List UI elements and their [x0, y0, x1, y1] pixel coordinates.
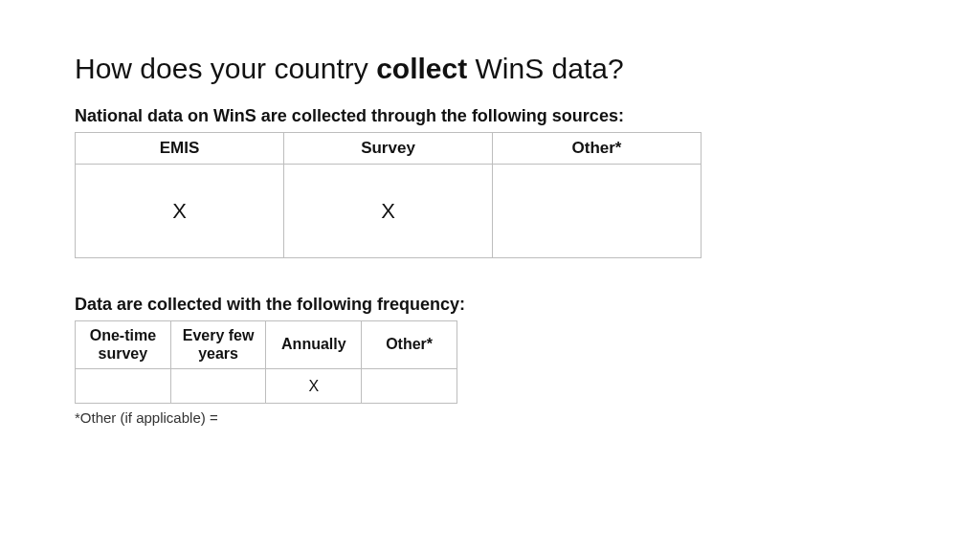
sources-cell-other	[493, 165, 702, 258]
freq-cell-fewyears	[170, 369, 266, 404]
freq-cell-other	[362, 369, 457, 404]
sources-header-other: Other*	[493, 133, 702, 165]
sources-header-emis: EMIS	[76, 133, 284, 165]
sources-table: EMIS Survey Other* X X	[75, 132, 702, 258]
freq-cell-annually: X	[266, 369, 362, 404]
sources-cell-emis: X	[76, 165, 284, 258]
freq-cell-onetime	[76, 369, 171, 404]
table-header-row: One-time survey Every few years Annually…	[76, 321, 457, 369]
freq-header-other: Other*	[362, 321, 457, 369]
freq-header-fewyears: Every few years	[170, 321, 266, 369]
title-prefix: How does your country	[75, 53, 376, 84]
table-header-row: EMIS Survey Other*	[76, 133, 702, 165]
freq-header-annually: Annually	[266, 321, 362, 369]
frequency-table: One-time survey Every few years Annually…	[75, 320, 457, 404]
table-row: X X	[76, 165, 702, 258]
slide: How does your country collect WinS data?…	[0, 0, 980, 551]
sources-label: National data on WinS are collected thro…	[75, 106, 905, 126]
title-bold: collect	[376, 53, 467, 84]
title-suffix: WinS data?	[467, 53, 623, 84]
slide-title: How does your country collect WinS data?	[75, 53, 905, 85]
sources-header-survey: Survey	[284, 133, 493, 165]
sources-cell-survey: X	[284, 165, 493, 258]
table-row: X	[76, 369, 457, 404]
footnote: *Other (if applicable) =	[75, 409, 905, 426]
frequency-label: Data are collected with the following fr…	[75, 295, 905, 315]
freq-header-onetime: One-time survey	[76, 321, 171, 369]
